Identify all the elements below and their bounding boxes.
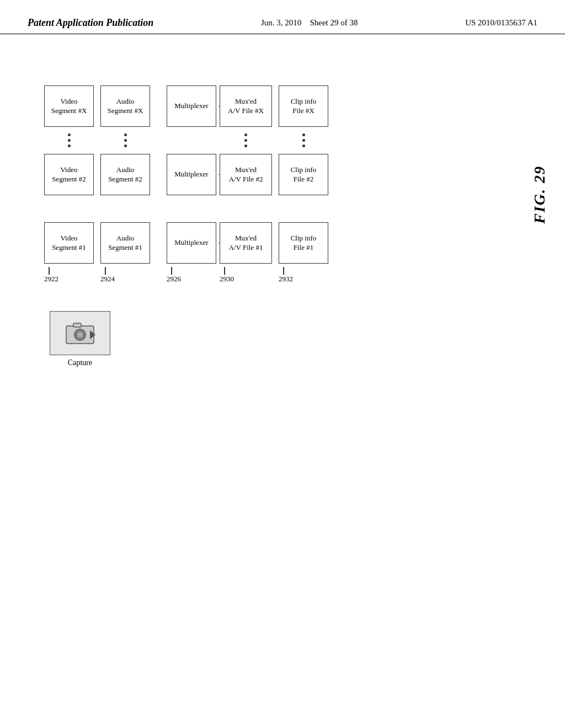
capture-group: Capture	[44, 311, 116, 367]
svg-rect-3	[73, 323, 81, 327]
muxed-file-x: Mux'ed A/V File #X	[220, 85, 272, 127]
page-header: Patent Application Publication Jun. 3, 2…	[0, 0, 565, 34]
publication-title: Patent Application Publication	[28, 17, 153, 29]
dots-row-21	[44, 196, 328, 221]
ref-2932-label: 2932	[279, 275, 293, 283]
svg-point-2	[77, 331, 83, 338]
video-segment-x: Video Segment #X	[44, 85, 94, 127]
header-date-sheet: Jun. 3, 2010 Sheet 29 of 38	[261, 17, 358, 29]
dot	[124, 133, 127, 136]
capture-icon	[63, 319, 97, 347]
audio-segment-x: Audio Segment #X	[100, 85, 150, 127]
audio-segment-1: Audio Segment #1	[100, 222, 150, 264]
sheet-info: Sheet 29 of 38	[310, 18, 358, 27]
multiplexer-1: Multiplexer	[167, 222, 216, 264]
clip-info-2: Clip info File #2	[279, 154, 328, 195]
capture-label: Capture	[68, 358, 92, 367]
ref-labels-row: 2922 2924 2926 2930 2932	[44, 267, 328, 283]
ref-tick-2932	[283, 267, 284, 275]
row-2: Video Segment #2 Audio Segment #2 Multip…	[44, 154, 328, 195]
ref-2924-label: 2924	[100, 275, 115, 283]
ref-2926-label: 2926	[167, 275, 181, 283]
row-x: Video Segment #X Audio Segment #X Multip…	[44, 85, 328, 127]
dot	[244, 133, 247, 136]
ref-tick-2924	[105, 267, 106, 275]
ref-2922-label: 2922	[44, 275, 58, 283]
muxed-file-1: Mux'ed A/V File #1	[220, 222, 272, 264]
clip-info-x: Clip info File #X	[279, 85, 328, 127]
video-segment-2: Video Segment #2	[44, 154, 94, 195]
dot	[124, 144, 127, 147]
dot	[244, 144, 247, 147]
dot	[68, 144, 71, 147]
patent-number: US 2010/0135637 A1	[465, 17, 537, 29]
ref-2924-group: 2924	[100, 267, 150, 283]
capture-box	[50, 311, 110, 355]
muxed-file-2: Mux'ed A/V File #2	[220, 154, 272, 195]
video-segment-1: Video Segment #1	[44, 222, 94, 264]
dot	[68, 133, 71, 136]
clip-info-1: Clip info File #1	[279, 222, 328, 264]
multiplexer-2: Multiplexer	[167, 154, 216, 195]
ref-2926-group: 2926	[167, 267, 216, 283]
dot	[302, 139, 305, 142]
diagram-container: Video Segment #X Audio Segment #X Multip…	[44, 85, 328, 367]
dots-row-x2	[44, 128, 328, 153]
ref-2930-label: 2930	[220, 275, 234, 283]
ref-2932-group: 2932	[279, 267, 328, 283]
dot	[68, 139, 71, 142]
dot	[244, 139, 247, 142]
dot	[302, 133, 305, 136]
audio-segment-2: Audio Segment #2	[100, 154, 150, 195]
dot	[124, 139, 127, 142]
row-1: Video Segment #1 Audio Segment #1 Multip…	[44, 222, 328, 264]
figure-label: FIG. 29	[531, 165, 548, 224]
ref-2922-group: 2922	[44, 267, 94, 283]
ref-tick-2930	[224, 267, 225, 275]
ref-tick-2926	[171, 267, 172, 275]
ref-2930-group: 2930	[220, 267, 272, 283]
dot	[302, 144, 305, 147]
multiplexer-x: Multiplexer	[167, 85, 216, 127]
publication-date: Jun. 3, 2010	[261, 18, 301, 27]
ref-tick-2922	[49, 267, 50, 275]
